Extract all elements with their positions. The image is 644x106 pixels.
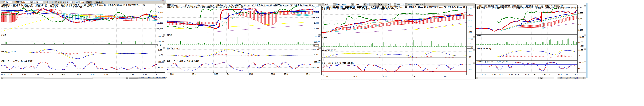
svg-text:11/25: 11/25 xyxy=(482,74,486,75)
svg-text:8,665: 8,665 xyxy=(314,6,319,8)
svg-text:250.00: 250.00 xyxy=(314,41,320,43)
svg-text:16:30: 16:30 xyxy=(492,74,496,75)
svg-text:500: 500 xyxy=(82,1,84,3)
svg-text:日経225mini: 日経225mini xyxy=(336,4,346,5)
svg-text:日経225mini: 日経225mini xyxy=(15,1,25,3)
svg-text:週: 週 xyxy=(58,2,60,3)
svg-text:1000: 1000 xyxy=(580,45,584,47)
svg-text:8,750: 8,750 xyxy=(578,7,583,9)
svg-text:16:30: 16:30 xyxy=(525,74,529,75)
svg-text:465.00: 465.00 xyxy=(158,36,164,38)
svg-text:日経225mini 11/12( 15分, 2011/11/: 日経225mini 11/12( 15分, 2011/11/24 - 2011/… xyxy=(167,4,313,6)
svg-text:20:00: 20:00 xyxy=(104,73,108,75)
svg-text:40.00: 40.00 xyxy=(578,41,583,43)
svg-text:100: 100 xyxy=(316,45,319,46)
svg-text:出来高: 出来高 xyxy=(2,34,6,36)
svg-text:×: × xyxy=(158,44,159,46)
svg-text:9.00: 9.00 xyxy=(158,49,162,51)
svg-text:100: 100 xyxy=(160,44,162,46)
svg-text:55.00: 55.00 xyxy=(314,49,319,51)
svg-text:11/30: 11/30 xyxy=(532,74,536,75)
svg-text:分: 分 xyxy=(62,2,64,3)
svg-text:60.00: 60.00 xyxy=(468,51,472,53)
svg-text:40.00: 40.00 xyxy=(468,69,472,71)
svg-text:350.00: 350.00 xyxy=(468,43,473,45)
svg-text:L: L xyxy=(155,77,156,78)
svg-text:足: 足 xyxy=(46,2,48,3)
svg-text:100.00: 100.00 xyxy=(468,63,473,65)
svg-text:日経225mini 11/12( 30分, 2011/11/: 日経225mini 11/12( 30分, 2011/11/24 - 2011/… xyxy=(322,6,466,8)
svg-text:11/29: 11/29 xyxy=(353,76,358,78)
svg-text:先物: 先物 xyxy=(4,1,8,3)
svg-text:14:40: 14:40 xyxy=(61,73,66,75)
svg-text:21:20: 21:20 xyxy=(117,73,121,75)
svg-text:分: 分 xyxy=(67,2,69,3)
svg-text:8,595: 8,595 xyxy=(314,11,319,13)
svg-text:12/02: 12/02 xyxy=(442,76,446,78)
svg-text:11/29: 11/29 xyxy=(515,74,519,75)
svg-text:100: 100 xyxy=(470,47,472,48)
svg-text:MACD( 12, 26, 9 ): MACD( 12, 26, 9 ) xyxy=(322,49,336,51)
svg-text:8,150: 8,150 xyxy=(468,31,472,33)
svg-text:12/02: 12/02 xyxy=(564,74,568,75)
svg-text:13:20: 13:20 xyxy=(48,73,53,75)
svg-text:×: × xyxy=(468,47,468,48)
svg-text:日経225mini 11/12( 5分, 2011/11/3: 日経225mini 11/12( 5分, 2011/11/30 - 2011/1… xyxy=(2,4,146,6)
svg-text:10.00: 10.00 xyxy=(578,55,583,57)
svg-text:日: 日 xyxy=(376,4,378,5)
svg-text:出来高: 出来高 xyxy=(167,34,172,36)
svg-text:D: D xyxy=(152,77,154,78)
svg-text:60.00: 60.00 xyxy=(578,49,583,51)
svg-text:11/26: 11/26 xyxy=(498,74,502,75)
svg-text:16:30: 16:30 xyxy=(508,74,513,75)
svg-text:11/12: 11/12 xyxy=(34,1,38,3)
svg-text:16:3: 16:3 xyxy=(574,74,578,75)
svg-text:500: 500 xyxy=(402,4,405,5)
svg-text:10:40: 10:40 xyxy=(22,73,26,75)
svg-text:30: 30 xyxy=(392,4,394,5)
svg-text:11/26: 11/26 xyxy=(324,76,328,78)
svg-text:MACD( 12, 26, 9 ): MACD( 12, 26, 9 ) xyxy=(2,51,16,52)
svg-text:8,525: 8,525 xyxy=(314,17,319,19)
svg-text:先物: 先物 xyxy=(325,4,328,5)
svg-text:40.00: 40.00 xyxy=(158,66,163,68)
svg-text:01:: 01: xyxy=(156,73,158,75)
svg-text:日: 日 xyxy=(56,2,58,3)
svg-text:スロー・ストキャスティクス( 14, 3, 80, 20 ): スロー・ストキャスティクス( 14, 3, 80, 20 ) xyxy=(477,61,508,63)
svg-text:8,450: 8,450 xyxy=(578,18,583,20)
svg-text:出来高: 出来高 xyxy=(477,35,482,37)
svg-text:8,560: 8,560 xyxy=(158,22,163,24)
svg-text:複数銘柄: 複数銘柄 xyxy=(416,4,423,6)
svg-text:スロー・ストキャスティクス( 14, 3, 80, 20 ): スロー・ストキャスティクス( 14, 3, 80, 20 ) xyxy=(322,62,354,64)
svg-text:11/30: 11/30 xyxy=(383,76,387,78)
svg-text:8,455: 8,455 xyxy=(314,22,319,24)
svg-text:100.00: 100.00 xyxy=(158,61,164,63)
svg-text:16:30: 16:30 xyxy=(558,74,562,75)
svg-text:Dec: Dec xyxy=(227,73,229,75)
svg-text:スロー・ストキャスティクス( 14, 3, 80, 20 ): スロー・ストキャスティクス( 14, 3, 80, 20 ) xyxy=(2,60,33,62)
svg-text:B: B xyxy=(157,77,158,78)
svg-text:×: × xyxy=(314,45,315,46)
svg-text:11/30: 11/30 xyxy=(170,73,174,75)
svg-text:12/02: 12/02 xyxy=(284,73,288,75)
svg-text:本数: 本数 xyxy=(397,4,400,6)
svg-text:×: × xyxy=(578,45,579,47)
svg-text:09:20: 09:20 xyxy=(8,73,12,75)
svg-text:40.00: 40.00 xyxy=(578,67,583,69)
svg-text:月: 月 xyxy=(60,2,62,3)
svg-text:5: 5 xyxy=(72,1,73,3)
svg-text:8,750: 8,750 xyxy=(468,8,472,10)
svg-text:D: D xyxy=(572,77,574,79)
svg-text:750.00: 750.00 xyxy=(314,36,320,38)
svg-text:1: 1 xyxy=(372,4,374,5)
svg-text:分: 分 xyxy=(383,4,385,5)
svg-text:180.00: 180.00 xyxy=(158,41,164,43)
svg-text:B: B xyxy=(577,77,578,79)
svg-text:40.00: 40.00 xyxy=(314,66,319,68)
svg-text:Dec: Dec xyxy=(413,76,415,78)
svg-text:8,665: 8,665 xyxy=(158,6,163,8)
svg-text:5.00: 5.00 xyxy=(314,54,318,56)
svg-text:22:40: 22:40 xyxy=(130,73,134,75)
svg-text:20:00: 20:00 xyxy=(214,73,218,75)
svg-text:T: T xyxy=(65,2,66,3)
